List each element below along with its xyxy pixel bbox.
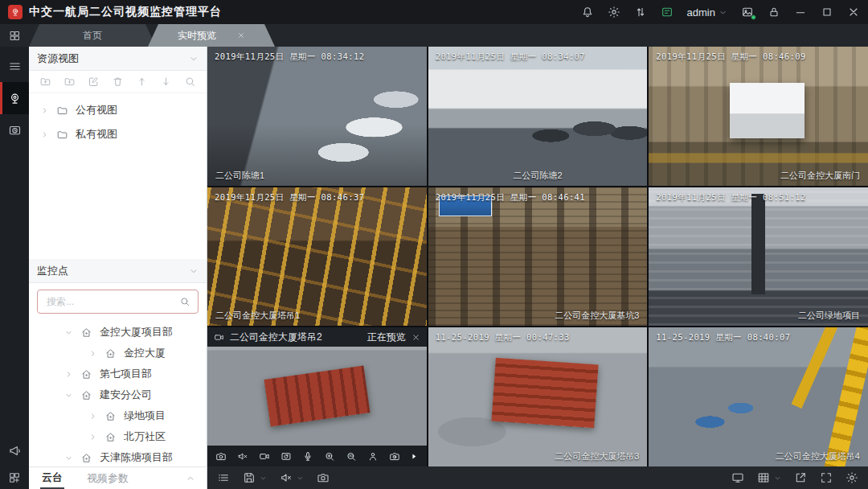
video-cell-4[interactable]: 2019年11月25日 星期一 08:46:37 二公司金控大厦塔吊1 bbox=[207, 187, 427, 327]
caret-right-icon[interactable] bbox=[88, 349, 97, 358]
tree-item-site[interactable]: 天津陈塘项目部 bbox=[29, 447, 207, 466]
chevron-down-icon[interactable] bbox=[260, 475, 267, 482]
video-cell-6[interactable]: 2019年11月25日 星期一 08:51:12 二公司绿地项目 bbox=[649, 187, 868, 327]
tab-close-icon[interactable] bbox=[237, 31, 245, 39]
home-icon bbox=[104, 431, 117, 443]
fullscreen-icon[interactable] bbox=[820, 471, 833, 484]
more-tools-icon[interactable] bbox=[410, 452, 418, 461]
popout-icon[interactable] bbox=[794, 471, 807, 484]
tree-item-site[interactable]: 绿地项目 bbox=[29, 405, 207, 426]
tab-live-preview[interactable]: 实时预览 bbox=[148, 24, 275, 47]
video-cell-1[interactable]: 2019年11月25日 星期一 08:34:12 二公司陈塘1 bbox=[207, 47, 427, 186]
bell-icon[interactable] bbox=[581, 6, 594, 18]
collapse-chevron-icon[interactable] bbox=[189, 266, 199, 276]
mute-all-icon[interactable] bbox=[280, 471, 293, 484]
tab-home[interactable]: 首页 bbox=[29, 24, 156, 47]
caret-down-icon[interactable] bbox=[64, 328, 73, 337]
home-icon bbox=[104, 347, 117, 360]
caret-right-icon[interactable] bbox=[64, 370, 73, 379]
settings-gear-icon[interactable] bbox=[845, 471, 858, 484]
grid-layout-icon[interactable] bbox=[757, 471, 770, 484]
layout-list-icon[interactable] bbox=[217, 471, 230, 484]
tab-ptz[interactable]: 云台 bbox=[40, 468, 64, 489]
selected-cell-header: 二公司金控大厦塔吊2 正在预览 bbox=[207, 327, 427, 347]
rail-menu-button[interactable] bbox=[0, 50, 29, 82]
tree-item-site[interactable]: 第七项目部 bbox=[29, 364, 207, 384]
rail-playback-button[interactable] bbox=[0, 114, 29, 146]
minimize-button[interactable] bbox=[794, 6, 807, 18]
caret-right-icon[interactable] bbox=[88, 412, 97, 421]
video-cell-9[interactable]: 11-25-2019 星期一 08:40:07 二公司金控大厦塔吊4 bbox=[649, 327, 868, 466]
chevron-up-icon[interactable] bbox=[186, 474, 195, 483]
talk-mic-icon[interactable] bbox=[302, 450, 313, 462]
delete-icon[interactable] bbox=[112, 76, 124, 88]
video-grid: 2019年11月25日 星期一 08:34:12 二公司陈塘1 2019年11月… bbox=[207, 47, 868, 466]
video-frame bbox=[730, 83, 805, 138]
move-down-icon[interactable] bbox=[160, 76, 172, 88]
timestamp-overlay: 2019年11月25日 星期一 08:34:07 bbox=[436, 51, 585, 63]
tab-bar: 首页 实时预览 bbox=[0, 24, 868, 47]
close-preview-icon[interactable] bbox=[411, 333, 420, 342]
video-cell-3[interactable]: 2019年11月25日 星期一 08:46:09 二公司金控大厦南门 bbox=[649, 47, 868, 186]
user-menu[interactable]: admin bbox=[687, 6, 727, 18]
rail-spacer bbox=[0, 146, 29, 434]
tree-item-site[interactable]: 北万社区 bbox=[29, 426, 207, 447]
gear-icon[interactable] bbox=[608, 6, 620, 18]
resource-panel-header[interactable]: 资源视图 bbox=[29, 47, 207, 71]
folder-icon bbox=[56, 129, 68, 141]
megaphone-icon bbox=[8, 444, 22, 458]
tab-video-params[interactable]: 视频参数 bbox=[85, 469, 130, 488]
transfer-icon[interactable] bbox=[634, 6, 647, 18]
video-cell-5[interactable]: 2019年11月25日 星期一 08:46:41 二公司金控大厦基坑3 bbox=[428, 187, 648, 327]
status-dot bbox=[751, 14, 756, 20]
monitor-panel-header[interactable]: 监控点 bbox=[29, 259, 207, 283]
screen-icon[interactable] bbox=[731, 471, 744, 484]
caret-down-icon[interactable] bbox=[64, 391, 73, 400]
zoom-in-icon[interactable] bbox=[324, 450, 335, 462]
snapshot-all-icon[interactable] bbox=[317, 471, 330, 484]
caret-right-icon[interactable] bbox=[40, 130, 49, 139]
tree-item-public-views[interactable]: 公有视图 bbox=[29, 98, 207, 122]
add-view-icon[interactable] bbox=[39, 76, 51, 88]
timed-snapshot-icon[interactable] bbox=[389, 450, 400, 462]
chevron-down-icon[interactable] bbox=[774, 475, 781, 482]
video-cell-8[interactable]: 11-25-2019 星期一 00:47:33 二公司金控大厦塔吊3 bbox=[428, 327, 648, 466]
tree-item-site[interactable]: 金控大厦项目部 bbox=[29, 322, 207, 343]
close-button[interactable] bbox=[847, 6, 860, 18]
rail-broadcast-button[interactable] bbox=[0, 434, 29, 466]
snapshot-icon[interactable] bbox=[215, 450, 227, 462]
save-view-icon[interactable] bbox=[243, 471, 256, 484]
edit-icon[interactable] bbox=[88, 76, 100, 88]
timestamp-overlay: 2019年11月25日 星期一 08:46:41 bbox=[436, 192, 585, 203]
zoom-3d-icon[interactable]: 3D bbox=[346, 450, 357, 462]
apps-icon[interactable] bbox=[0, 24, 29, 47]
tree-item-private-views[interactable]: 私有视图 bbox=[29, 122, 207, 146]
caret-down-icon[interactable] bbox=[64, 454, 73, 462]
preset-icon[interactable] bbox=[367, 450, 379, 462]
matrix-icon[interactable] bbox=[661, 6, 674, 18]
mute-icon[interactable] bbox=[237, 450, 248, 462]
camera-name-overlay: 二公司陈塘1 bbox=[215, 170, 264, 182]
search-icon[interactable] bbox=[184, 76, 196, 88]
chevron-down-icon[interactable] bbox=[297, 475, 304, 482]
caret-right-icon[interactable] bbox=[40, 106, 49, 115]
tree-item-site[interactable]: 金控大厦 bbox=[29, 343, 207, 364]
rail-live-view-button[interactable] bbox=[0, 82, 29, 114]
search-input[interactable] bbox=[45, 295, 174, 308]
instant-playback-icon[interactable] bbox=[280, 450, 292, 462]
record-icon[interactable] bbox=[259, 450, 270, 462]
video-cell-2[interactable]: 2019年11月25日 星期一 08:34:07 二公司陈塘2 bbox=[428, 47, 648, 186]
tree-item-label: 公有视图 bbox=[76, 103, 117, 117]
collapse-chevron-icon[interactable] bbox=[189, 54, 199, 64]
move-up-icon[interactable] bbox=[136, 76, 148, 88]
video-cell-7-selected[interactable]: 二公司金控大厦塔吊2 正在预览 3D bbox=[207, 327, 427, 466]
caret-right-icon[interactable] bbox=[88, 433, 97, 442]
maximize-button[interactable] bbox=[821, 6, 833, 18]
snapshot-preview-button[interactable] bbox=[741, 6, 754, 18]
lock-icon[interactable] bbox=[768, 6, 780, 18]
rail-video-wall-button[interactable] bbox=[0, 466, 29, 489]
tree-item-site[interactable]: 建安分公司 bbox=[29, 384, 207, 405]
search-icon[interactable] bbox=[179, 296, 190, 307]
save-view-icon[interactable] bbox=[63, 76, 76, 88]
home-icon bbox=[104, 410, 117, 422]
